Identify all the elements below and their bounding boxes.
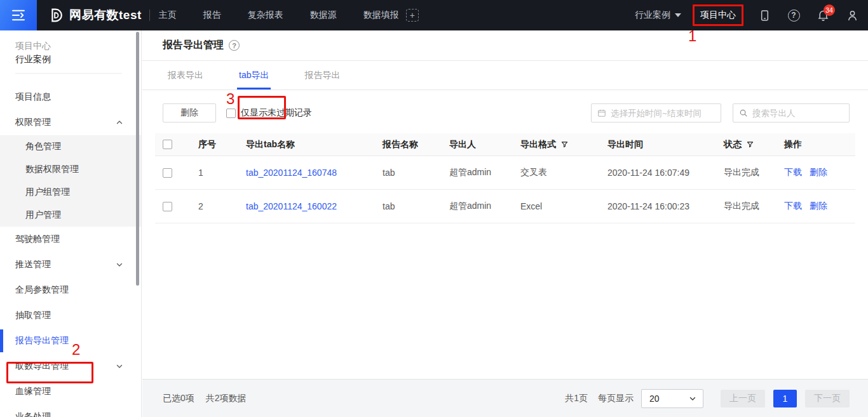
tab-tab-export[interactable]: tab导出 (239, 61, 269, 89)
notifications-button[interactable]: 34 (808, 9, 837, 22)
sidebar-item-user-mgmt[interactable]: 用户管理 (0, 204, 141, 227)
next-page-button[interactable]: 下一页 (805, 390, 850, 407)
page-title: 报告导出管理 (163, 39, 224, 52)
cell-status: 导出完成 (716, 201, 776, 212)
cell-exporter: 超管admin (442, 201, 513, 212)
total-pages: 共1页 (565, 393, 588, 404)
sidebar-item-extract-mgmt[interactable]: 抽取管理 (0, 303, 141, 328)
delete-button[interactable]: 删除 (163, 103, 216, 122)
pagination: 共1页 每页显示 20 上一页 1 下一页 (565, 389, 850, 408)
date-range-input[interactable] (611, 109, 715, 118)
row-checkbox[interactable] (163, 168, 172, 178)
date-range-picker[interactable] (591, 103, 721, 122)
sidebar-scope-project-center[interactable]: 项目中心 (15, 39, 141, 52)
sidebar-scope-industry-case[interactable]: 行业案例 (15, 53, 141, 65)
row-checkbox[interactable] (163, 202, 172, 211)
chevron-up-icon (116, 119, 123, 126)
industry-case-dropdown[interactable]: 行业案例 (635, 10, 681, 21)
chevron-down-icon (116, 362, 123, 370)
help-button[interactable]: ? (779, 10, 808, 22)
tab-bar: 报表导出 tab导出 报告导出 (142, 61, 868, 90)
column-header-time: 导出时间 (600, 139, 716, 150)
download-link[interactable]: 下载 (784, 167, 802, 178)
cell-time: 2020-11-24 16:07:49 (600, 168, 716, 178)
sidebar-item-label: 报告导出管理 (15, 335, 69, 347)
sidebar-item-user-group-mgmt[interactable]: 用户组管理 (0, 181, 141, 204)
sidebar-item-label: 权限管理 (15, 117, 51, 128)
top-navbar: 网易有数test 主页 报告 复杂报表 数据源 数据填报 + 行业案例 项目中心… (0, 0, 868, 30)
prev-page-button[interactable]: 上一页 (721, 390, 765, 407)
toolbar: 删除 仅显示未过期记录 (163, 103, 850, 122)
cell-format: Excel (513, 201, 600, 211)
sidebar-item-label: 血缘管理 (15, 386, 51, 397)
nav-item-data-filling[interactable]: 数据填报 (363, 10, 399, 21)
selection-summary: 已选0项 共2项数据 (163, 393, 247, 404)
tab-name-link[interactable]: tab_20201124_160022 (246, 201, 337, 211)
search-icon (739, 109, 748, 117)
table-row: 1 tab_20201124_160748 tab 超管admin 交叉表 20… (155, 156, 855, 190)
nav-item-report[interactable]: 报告 (203, 10, 221, 21)
navbar-right: 行业案例 项目中心 ? 34 (635, 4, 868, 26)
table-row: 2 tab_20201124_160022 tab 超管admin Excel … (155, 190, 855, 223)
sidebar-item-data-permission-mgmt[interactable]: 数据权限管理 (0, 158, 141, 181)
sidebar-submenu-permissions: 角色管理 数据权限管理 用户组管理 用户管理 (0, 135, 141, 227)
project-center-button[interactable]: 项目中心 (693, 4, 743, 26)
nav-item-complex-report[interactable]: 复杂报表 (248, 10, 283, 21)
chevron-down-icon (689, 395, 696, 402)
only-unexpired-checkbox[interactable] (226, 109, 236, 118)
mobile-device-button[interactable] (750, 9, 779, 22)
sidebar-item-report-export-mgmt[interactable]: 报告导出管理 (0, 328, 141, 354)
hamburger-arrow-icon (11, 10, 25, 21)
cell-format: 交叉表 (513, 167, 600, 178)
per-page-value: 20 (649, 394, 689, 404)
sidebar-item-project-info[interactable]: 项目信息 (0, 84, 141, 110)
sidebar-item-permission-mgmt[interactable]: 权限管理 (0, 110, 141, 135)
only-unexpired-filter[interactable]: 仅显示未过期记录 (226, 107, 312, 119)
tab-label: 报表导出 (168, 70, 203, 81)
add-module-icon[interactable]: + (406, 9, 419, 22)
sidebar-scrollbar-thumb[interactable] (136, 32, 139, 286)
sidebar-item-lineage-mgmt[interactable]: 血缘管理 (0, 379, 141, 404)
brand-title[interactable]: 网易有数test (69, 7, 142, 23)
sidebar-divider (15, 73, 122, 74)
export-table: 序号 导出tab名称 报告名称 导出人 导出格式 导出时间 状态 操作 1 (155, 133, 855, 223)
brand-divider (149, 10, 150, 21)
tab-name-link[interactable]: tab_20201124_160748 (246, 168, 337, 178)
sidebar-item-role-mgmt[interactable]: 角色管理 (0, 135, 141, 158)
user-button[interactable] (837, 9, 867, 22)
filter-funnel-icon[interactable] (561, 141, 568, 148)
nav-item-home[interactable]: 主页 (159, 10, 177, 21)
search-exporter-box[interactable] (733, 103, 850, 122)
sidebar-item-push-mgmt[interactable]: 推送管理 (0, 252, 141, 277)
column-header-label: 状态 (724, 139, 742, 150)
sidebar-item-data-fetch-export-mgmt[interactable]: 取数导出管理 (0, 354, 141, 379)
sidebar-item-label: 驾驶舱管理 (15, 234, 60, 245)
industry-case-label: 行业案例 (635, 10, 670, 21)
tab-label: tab导出 (239, 70, 269, 81)
sidebar-item-label: 全局参数管理 (15, 284, 69, 296)
sidebar-item-global-param-mgmt[interactable]: 全局参数管理 (0, 277, 141, 303)
sidebar: 项目中心 行业案例 项目信息 权限管理 角色管理 数据权限管理 用户组管理 用户… (0, 30, 142, 417)
page-1-button[interactable]: 1 (773, 390, 797, 407)
per-page-select[interactable]: 20 (641, 389, 703, 408)
notification-badge: 34 (824, 4, 835, 16)
tab-report-table-export[interactable]: 报表导出 (168, 61, 203, 89)
caret-down-icon (675, 13, 681, 17)
sidebar-item-clipped-bottom[interactable]: 业务处理 (0, 404, 141, 417)
sidebar-collapse-button[interactable] (0, 0, 37, 30)
nav-item-datasource[interactable]: 数据源 (310, 10, 337, 21)
sidebar-item-dashboard-mgmt[interactable]: 驾驶舱管理 (0, 227, 141, 252)
sidebar-item-label: 用户管理 (25, 209, 61, 221)
page-help-icon[interactable]: ? (229, 40, 240, 51)
delete-link[interactable]: 删除 (810, 167, 827, 178)
sidebar-item-label: 项目信息 (15, 91, 51, 103)
total-count: 共2项数据 (206, 393, 247, 404)
filter-funnel-icon[interactable] (747, 141, 754, 148)
download-link[interactable]: 下载 (784, 201, 802, 212)
select-all-checkbox[interactable] (163, 140, 172, 149)
tab-report-export[interactable]: 报告导出 (304, 61, 340, 89)
search-exporter-input[interactable] (752, 109, 843, 118)
sidebar-item-label: 角色管理 (25, 141, 61, 152)
delete-link[interactable]: 删除 (810, 201, 827, 212)
sidebar-menu: 项目信息 权限管理 角色管理 数据权限管理 用户组管理 用户管理 驾驶舱管理 推… (0, 84, 141, 417)
